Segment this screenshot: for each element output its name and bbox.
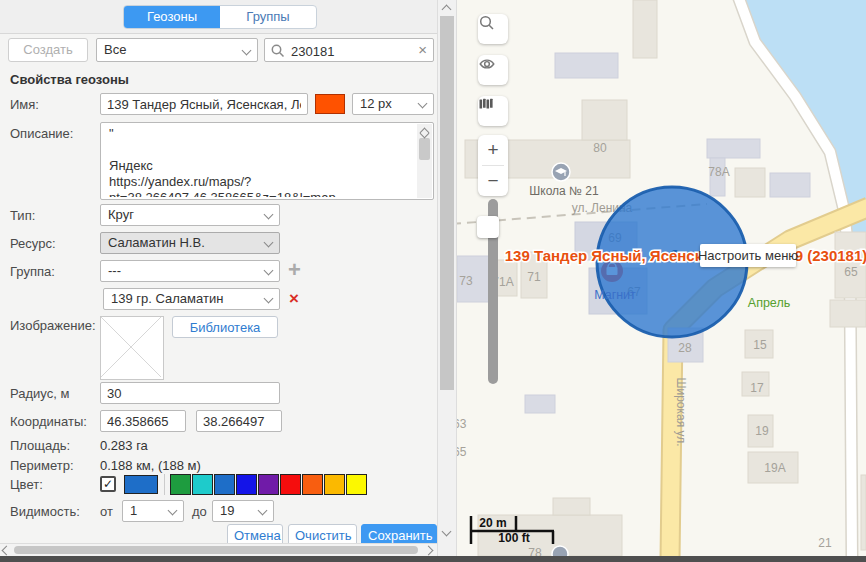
create-button[interactable]: Создать (8, 38, 88, 62)
perimeter-label: Периметр: (10, 458, 74, 473)
latitude-input[interactable] (100, 410, 186, 432)
to-label: до (192, 504, 207, 519)
clear-search-icon[interactable]: × (418, 41, 427, 58)
visibility-to-select[interactable]: 19 (212, 500, 274, 522)
zoom-in-button[interactable]: + (478, 135, 508, 165)
map-search-button[interactable] (478, 14, 508, 44)
from-value: 1 (130, 503, 137, 518)
chevron-down-icon (168, 506, 178, 516)
palette-swatch[interactable] (280, 474, 301, 495)
tab-geozones[interactable]: Геозоны (124, 6, 220, 28)
scrollbar-thumb[interactable] (419, 138, 430, 160)
search-icon (478, 14, 496, 32)
map-layers-button[interactable] (478, 96, 508, 126)
zoom-control: + − (478, 135, 508, 196)
tab-groups[interactable]: Группы (220, 6, 316, 28)
description-label: Описание: (10, 126, 73, 141)
chevron-down-icon (264, 210, 274, 220)
add-group-icon[interactable]: + (288, 257, 301, 283)
geozone-panel: Геозоны Группы Создать Все × Свойства ге… (0, 0, 437, 556)
palette-swatch[interactable] (236, 474, 257, 495)
eye-icon (478, 55, 496, 73)
scroll-left-icon[interactable] (2, 546, 12, 556)
map-canvas[interactable]: 80 78А 73 71А 71 69 67 65 28 15 17 19 19… (457, 0, 866, 556)
current-color-swatch[interactable] (124, 475, 158, 494)
empty-image-icon (101, 317, 161, 377)
school-label: Школа № 21 (529, 184, 599, 198)
palette-swatch[interactable] (258, 474, 279, 495)
app: Геозоны Группы Создать Все × Свойства ге… (0, 0, 866, 562)
building-number: 65 (457, 445, 467, 459)
type-value: Круг (108, 207, 134, 222)
street-label-shirokaya: Широкая ул. (674, 377, 688, 446)
layers-icon (478, 96, 494, 112)
font-size-value: 12 px (360, 96, 392, 111)
building-number: 65 (844, 265, 858, 279)
filter-select[interactable]: Все (96, 38, 258, 62)
type-label: Тип: (10, 208, 35, 223)
palette-swatch[interactable] (192, 474, 213, 495)
image-label: Изображение: (10, 318, 96, 333)
scroll-right-icon[interactable] (424, 546, 434, 556)
image-placeholder[interactable] (100, 316, 164, 380)
resource-value: Саламатин Н.В. (108, 235, 205, 250)
visibility-label: Видимость: (10, 504, 80, 519)
geozone-name-label: 139 Тандер Ясный, Ясенская, Ленина 69 (2… (505, 247, 866, 264)
font-size-select[interactable]: 12 px (352, 93, 434, 115)
section-title: Свойства геозоны (10, 72, 129, 87)
palette-swatch[interactable] (324, 474, 345, 495)
description-textarea[interactable]: " Яндекс https://yandex.ru/maps/? pt=38.… (100, 122, 434, 200)
building-number: 21 (818, 536, 832, 550)
remove-group-icon[interactable]: × (289, 289, 299, 309)
color-row: ✓ (0, 474, 437, 496)
building-number: 17 (750, 381, 764, 395)
area-value: 0.283 га (100, 438, 148, 453)
tooltip-text: Настроить меню (698, 248, 798, 263)
palette-swatch[interactable] (346, 474, 367, 495)
type-select[interactable]: Круг (100, 204, 280, 226)
chevron-down-icon (264, 238, 274, 248)
library-button[interactable]: Библиотека (172, 316, 278, 338)
from-label: от (100, 504, 113, 519)
description-scrollbar[interactable] (417, 124, 432, 198)
search-input[interactable] (289, 40, 413, 62)
color-checkbox[interactable]: ✓ (100, 476, 116, 492)
name-label: Имя: (10, 97, 39, 112)
school-icon (552, 163, 570, 181)
area-label: Площадь: (10, 438, 70, 453)
building-number: 78 (528, 546, 542, 556)
visibility-from-select[interactable]: 1 (122, 500, 184, 522)
zoom-slider-handle[interactable] (477, 216, 499, 238)
panel-hscrollbar[interactable] (0, 543, 437, 556)
palette-swatch[interactable] (170, 474, 191, 495)
building-number: 15 (753, 338, 767, 352)
bottom-bar (0, 556, 866, 562)
zoom-out-button[interactable]: − (478, 166, 508, 196)
scale-feet: 100 ft (498, 531, 529, 545)
building-number: 63 (457, 417, 467, 431)
map-visibility-button[interactable] (478, 55, 508, 85)
building-number: 28 (678, 341, 692, 355)
toolbar: Создать Все × (0, 38, 437, 62)
chevron-down-icon (258, 506, 268, 516)
palette-swatch[interactable] (302, 474, 323, 495)
hscrollbar-thumb[interactable] (14, 546, 418, 554)
name-color-swatch[interactable] (315, 94, 345, 114)
longitude-input[interactable] (196, 410, 282, 432)
radius-input[interactable] (100, 382, 280, 404)
scroll-down-icon[interactable] (442, 527, 452, 537)
panel-vscrollbar[interactable] (437, 0, 457, 556)
vscrollbar-thumb[interactable] (440, 16, 454, 390)
context-menu-tooltip[interactable]: Настроить меню (698, 244, 798, 267)
building-number: 19А (764, 461, 785, 475)
perimeter-value: 0.188 км, (188 м) (100, 458, 201, 473)
chevron-down-icon (418, 99, 428, 109)
tabs-bar: Геозоны Группы (0, 0, 437, 34)
scroll-up-icon[interactable] (442, 5, 452, 15)
coordinates-label: Координаты: (10, 414, 87, 429)
radius-label: Радиус, м (10, 386, 69, 401)
palette-swatch[interactable] (214, 474, 235, 495)
name-input[interactable] (100, 93, 308, 115)
resource-select[interactable]: Саламатин Н.В. (100, 232, 280, 254)
tab-group: Геозоны Группы (123, 5, 317, 29)
